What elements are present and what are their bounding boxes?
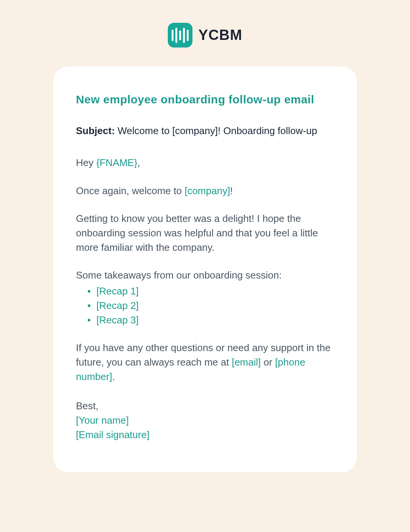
email-template-card: New employee onboarding follow-up email … xyxy=(53,66,357,472)
takeaways-list: [Recap 1] [Recap 2] [Recap 3] xyxy=(76,284,334,327)
logo-icon xyxy=(168,23,192,48)
company-placeholder: [company] xyxy=(184,185,230,196)
support-paragraph: If you have any other questions or need … xyxy=(76,341,334,384)
greeting: Hey {FNAME}, xyxy=(76,156,334,170)
takeaways-intro: Some takeaways from our onboarding sessi… xyxy=(76,268,334,283)
signoff: Best, [Your name] [Email signature] xyxy=(76,399,334,442)
signature-placeholder: [Email signature] xyxy=(76,428,334,442)
welcome-line: Once again, welcome to [company]! xyxy=(76,184,334,198)
delight-paragraph: Getting to know you better was a delight… xyxy=(76,212,334,255)
logo-text: YCBM xyxy=(199,27,243,43)
yourname-placeholder: [Your name] xyxy=(76,413,334,428)
list-item: [Recap 3] xyxy=(87,313,334,328)
template-title: New employee onboarding follow-up email xyxy=(76,93,334,106)
email-placeholder: [email] xyxy=(232,356,261,368)
list-item: [Recap 2] xyxy=(87,299,334,313)
header-logo: YCBM xyxy=(0,23,410,48)
subject-line: Subject: Welcome to [company]! Onboardin… xyxy=(76,125,334,137)
subject-value: Welcome to [company]! Onboarding follow-… xyxy=(115,125,317,136)
fname-placeholder: {FNAME} xyxy=(96,157,137,168)
subject-label: Subject: xyxy=(76,125,115,136)
list-item: [Recap 1] xyxy=(87,284,334,299)
signoff-best: Best, xyxy=(76,399,334,413)
